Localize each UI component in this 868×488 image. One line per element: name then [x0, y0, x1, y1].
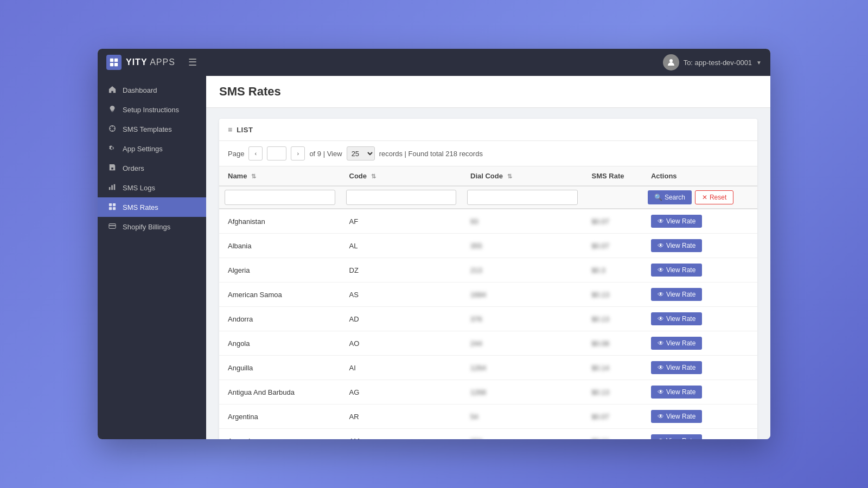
- view-rate-button[interactable]: 👁 View Rate: [651, 386, 702, 399]
- view-rate-button[interactable]: 👁 View Rate: [651, 288, 702, 301]
- eye-icon: 👁: [658, 413, 664, 420]
- sidebar-item-app-settings[interactable]: App Settings: [98, 139, 206, 158]
- view-rate-button[interactable]: 👁 View Rate: [651, 434, 702, 439]
- filter-name-input[interactable]: [225, 190, 335, 205]
- cell-code: AD: [341, 307, 462, 331]
- view-rate-button[interactable]: 👁 View Rate: [651, 337, 702, 350]
- hamburger-icon[interactable]: ☰: [188, 56, 197, 68]
- filter-code-cell: [341, 186, 462, 209]
- page-number-input[interactable]: 1: [267, 146, 286, 160]
- svg-rect-16: [113, 207, 116, 210]
- filter-code-input[interactable]: [346, 190, 457, 205]
- cell-name: Angola: [219, 331, 341, 356]
- grid-icon: [108, 203, 117, 211]
- cell-dial-code: 93: [462, 209, 583, 234]
- cell-code: DZ: [341, 258, 462, 282]
- sidebar-item-setup-instructions[interactable]: Setup Instructions: [98, 100, 206, 119]
- cell-name: Anguilla: [219, 356, 341, 380]
- sort-dialcode-icon: ⇅: [507, 173, 512, 180]
- table-row: Andorra AD 376 $0.13 👁 View Rate: [219, 307, 757, 331]
- table-row: Armenia AM 374 $0.11 👁 View Rate: [219, 429, 757, 440]
- cell-name: American Samoa: [219, 282, 341, 307]
- sidebar-item-dashboard[interactable]: Dashboard: [98, 80, 206, 100]
- page-header: SMS Rates: [206, 76, 770, 108]
- col-code[interactable]: Code ⇅: [341, 166, 462, 186]
- cell-actions: 👁 View Rate: [642, 209, 757, 234]
- list-header: ≡ LIST: [219, 119, 757, 141]
- table-row: Anguilla AI 1264 $0.14 👁 View Rate: [219, 356, 757, 380]
- cell-code: AL: [341, 234, 462, 258]
- top-navbar: YITY APPS ☰ To: app-test-dev-0001 ▼: [98, 49, 770, 76]
- cell-dial-code: 1684: [462, 282, 583, 307]
- col-sms-rate: SMS Rate: [583, 166, 642, 186]
- eye-icon: 👁: [658, 364, 664, 371]
- cell-name: Antigua And Barbuda: [219, 380, 341, 404]
- eye-icon: 👁: [658, 266, 664, 274]
- svg-rect-12: [114, 184, 116, 190]
- view-rate-button[interactable]: 👁 View Rate: [651, 410, 702, 423]
- eye-icon: 👁: [658, 291, 664, 298]
- search-button[interactable]: 🔍 Search: [648, 190, 692, 204]
- svg-rect-10: [109, 187, 111, 190]
- cell-actions: 👁 View Rate: [642, 258, 757, 282]
- logo: YITY APPS ☰: [106, 55, 197, 70]
- sms-rates-table: Name ⇅ Code ⇅ Dial Code ⇅: [219, 166, 757, 439]
- topnav-right: To: app-test-dev-0001 ▼: [663, 54, 762, 70]
- cell-name: Algeria: [219, 258, 341, 282]
- card-icon: [108, 222, 117, 231]
- view-rate-button[interactable]: 👁 View Rate: [651, 239, 702, 252]
- pagination-bar: Page ‹ 1 › of 9 | View 25 10 50 100 reco…: [219, 141, 757, 166]
- cell-sms-rate: $0.08: [583, 331, 642, 356]
- filter-dialcode-input[interactable]: [467, 190, 578, 205]
- page-body: ≡ LIST Page ‹ 1 › of 9 | View 25 10 50: [206, 108, 770, 439]
- next-page-button[interactable]: ›: [291, 146, 305, 160]
- table-row: Argentina AR 54 $0.07 👁 View Rate: [219, 404, 757, 429]
- cell-sms-rate: $0.13: [583, 282, 642, 307]
- list-header-icon: ≡: [228, 125, 232, 134]
- table-header-row: Name ⇅ Code ⇅ Dial Code ⇅: [219, 166, 757, 186]
- page-label: Page: [228, 150, 244, 158]
- table-row: Afghanistan AF 93 $0.07 👁 View Rate: [219, 209, 757, 234]
- home-icon: [108, 86, 117, 94]
- eye-icon: 👁: [658, 242, 664, 249]
- user-dropdown-arrow[interactable]: ▼: [756, 60, 762, 66]
- col-name[interactable]: Name ⇅: [219, 166, 341, 186]
- filter-action-buttons: 🔍 Search ✕ Reset: [648, 190, 752, 204]
- filter-smsrate-cell: [583, 186, 642, 209]
- sidebar-item-orders[interactable]: Orders: [98, 158, 206, 178]
- sidebar-item-sms-rates[interactable]: SMS Rates: [98, 197, 206, 217]
- logo-icon: [106, 55, 122, 70]
- cell-actions: 👁 View Rate: [642, 331, 757, 356]
- cell-sms-rate: $0.11: [583, 429, 642, 440]
- view-rate-button[interactable]: 👁 View Rate: [651, 361, 702, 374]
- cell-sms-rate: $0.07: [583, 209, 642, 234]
- reset-button[interactable]: ✕ Reset: [695, 190, 733, 204]
- settings-icon: [108, 144, 117, 153]
- cell-name: Armenia: [219, 429, 341, 440]
- view-count-select[interactable]: 25 10 50 100: [347, 146, 375, 160]
- cell-code: AF: [341, 209, 462, 234]
- user-avatar: [663, 54, 679, 70]
- view-rate-button[interactable]: 👁 View Rate: [651, 264, 702, 277]
- of-pages: of 9 | View: [309, 150, 342, 158]
- view-rate-button[interactable]: 👁 View Rate: [651, 215, 702, 228]
- prev-page-button[interactable]: ‹: [248, 146, 263, 160]
- cell-dial-code: 54: [462, 404, 583, 429]
- list-card: ≡ LIST Page ‹ 1 › of 9 | View 25 10 50: [219, 119, 757, 439]
- search-btn-icon: 🔍: [654, 194, 662, 201]
- cell-dial-code: 376: [462, 307, 583, 331]
- sidebar-item-sms-logs[interactable]: SMS Logs: [98, 178, 206, 197]
- sidebar-item-shopify-billings[interactable]: Shopify Billings: [98, 217, 206, 236]
- sidebar-item-sms-templates[interactable]: SMS Templates: [98, 119, 206, 139]
- user-name: To: app-test-dev-0001: [684, 59, 752, 67]
- cell-dial-code: 355: [462, 234, 583, 258]
- cell-actions: 👁 View Rate: [642, 429, 757, 440]
- col-actions: Actions: [642, 166, 757, 186]
- view-rate-button[interactable]: 👁 View Rate: [651, 312, 702, 325]
- svg-rect-14: [113, 203, 116, 206]
- main-content: SMS Rates ≡ LIST Page ‹ 1 › of 9 | View: [206, 76, 770, 439]
- cell-sms-rate: $0.13: [583, 307, 642, 331]
- svg-rect-1: [114, 59, 118, 62]
- col-dial-code[interactable]: Dial Code ⇅: [462, 166, 583, 186]
- sort-code-icon: ⇅: [371, 173, 376, 180]
